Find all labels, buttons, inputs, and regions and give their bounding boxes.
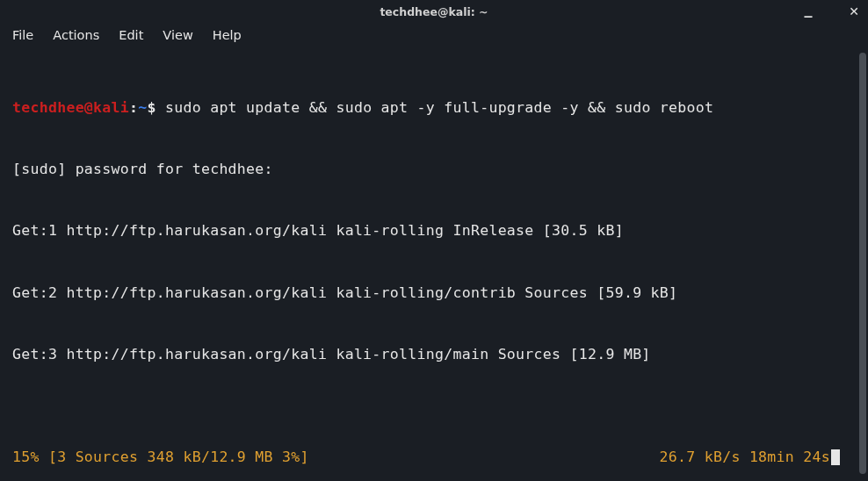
progress-right: 26.7 kB/s 18min 24s — [660, 447, 840, 467]
prompt-user-host: techdhee@kali — [12, 99, 129, 116]
scrollbar-vertical[interactable] — [859, 53, 866, 474]
output-sudo-prompt: [sudo] password for techdhee: — [12, 159, 840, 179]
progress-left: 15% [3 Sources 348 kB/12.9 MB 3%] — [12, 447, 309, 467]
progress-line: 15% [3 Sources 348 kB/12.9 MB 3%] 26.7 k… — [12, 406, 840, 481]
minimize-icon[interactable]: _ — [801, 2, 815, 16]
progress-right-text: 26.7 kB/s 18min 24s — [660, 449, 830, 465]
menubar: File Actions Edit View Help — [0, 23, 868, 47]
terminal-area[interactable]: techdhee@kali:~$ sudo apt update && sudo… — [0, 47, 852, 481]
prompt-path: ~ — [138, 99, 147, 116]
menu-file[interactable]: File — [12, 28, 33, 42]
close-icon[interactable]: ✕ — [847, 4, 861, 18]
maximize-icon[interactable] — [824, 4, 838, 18]
prompt-symbol: $ — [148, 99, 156, 116]
prompt-line: techdhee@kali:~$ sudo apt update && sudo… — [12, 97, 840, 118]
window-title: techdhee@kali: ~ — [380, 5, 488, 18]
menu-view[interactable]: View — [163, 28, 192, 42]
window-titlebar: techdhee@kali: ~ _ ✕ — [0, 0, 868, 23]
output-get1: Get:1 http://ftp.harukasan.org/kali kali… — [12, 220, 840, 240]
output-get3: Get:3 http://ftp.harukasan.org/kali kali… — [12, 344, 840, 364]
command-value: sudo apt update && sudo apt -y full-upgr… — [165, 99, 713, 116]
output-get2: Get:2 http://ftp.harukasan.org/kali kali… — [12, 283, 840, 303]
menu-edit[interactable]: Edit — [119, 28, 143, 42]
prompt-colon: : — [129, 99, 138, 116]
window-controls: _ ✕ — [801, 0, 861, 23]
menu-help[interactable]: Help — [213, 28, 242, 42]
cursor-icon — [831, 449, 840, 465]
menu-actions[interactable]: Actions — [53, 28, 99, 42]
command-text: sudo apt update && sudo apt -y full-upgr… — [156, 99, 714, 116]
